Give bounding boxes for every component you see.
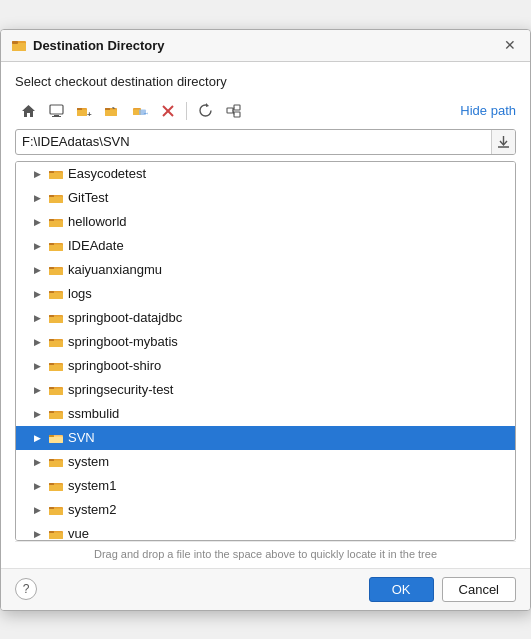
tree-expand-arrow: ▶ — [30, 479, 44, 493]
svg-rect-37 — [49, 219, 54, 221]
move-icon: → — [132, 104, 148, 118]
tree-expand-arrow: ▶ — [30, 407, 44, 421]
tree-item[interactable]: ▶ GitTest — [16, 186, 515, 210]
dialog-title: Destination Directory — [33, 38, 500, 53]
refresh-icon — [198, 103, 213, 118]
tree-item[interactable]: ▶ Easycodetest — [16, 162, 515, 186]
tree-item[interactable]: ▶ springboot-mybatis — [16, 330, 515, 354]
tree-expand-arrow: ▶ — [30, 383, 44, 397]
home-icon — [21, 104, 36, 118]
folder-icon — [48, 310, 64, 326]
svg-rect-2 — [12, 41, 18, 44]
tree-item[interactable]: ▶ system1 — [16, 474, 515, 498]
tree-item-label: system1 — [68, 478, 116, 493]
folder-icon — [48, 238, 64, 254]
tree-item-label: helloworld — [68, 214, 127, 229]
svg-rect-39 — [49, 244, 63, 251]
move-button[interactable]: → — [127, 99, 153, 123]
toolbar-separator — [186, 102, 187, 120]
svg-rect-54 — [49, 364, 63, 371]
svg-rect-51 — [49, 340, 63, 347]
tree-item[interactable]: ▶ helloworld — [16, 210, 515, 234]
tree-expand-arrow: ▶ — [30, 239, 44, 253]
tree-item[interactable]: ▶ SVN — [16, 426, 515, 450]
close-button[interactable]: ✕ — [500, 35, 520, 55]
tree-item[interactable]: ▶ IDEAdate — [16, 234, 515, 258]
new-folder-button[interactable]: + — [71, 99, 97, 123]
refresh-button[interactable] — [192, 99, 218, 123]
new-folder-icon: + — [76, 104, 92, 118]
delete-button[interactable] — [155, 99, 181, 123]
folder-icon — [48, 382, 64, 398]
tree-item[interactable]: ▶ logs — [16, 282, 515, 306]
tree-item[interactable]: ▶ springboot-datajdbc — [16, 306, 515, 330]
svg-rect-75 — [49, 532, 63, 539]
browse-button[interactable] — [491, 129, 515, 155]
dialog-subtitle: Select checkout destination directory — [15, 74, 516, 89]
tree-item-label: vue — [68, 526, 89, 541]
svg-marker-3 — [22, 105, 35, 117]
svg-rect-58 — [49, 387, 54, 389]
tree-item[interactable]: ▶ system — [16, 450, 515, 474]
svg-rect-1 — [12, 43, 26, 51]
folder-icon — [48, 478, 64, 494]
svg-rect-36 — [49, 220, 63, 227]
desktop-button[interactable] — [43, 99, 69, 123]
svg-rect-66 — [49, 460, 63, 467]
svg-rect-12 — [105, 109, 117, 116]
help-button[interactable]: ? — [15, 578, 37, 600]
tree-item[interactable]: ▶ kaiyuanxiangmu — [16, 258, 515, 282]
tree-item-label: IDEAdate — [68, 238, 124, 253]
tree-item[interactable]: ▶ system2 — [16, 498, 515, 522]
cancel-button[interactable]: Cancel — [442, 577, 516, 602]
folder-icon — [48, 430, 64, 446]
svg-rect-70 — [49, 483, 54, 485]
folder-icon — [48, 406, 64, 422]
tree-item-label: system — [68, 454, 109, 469]
svg-rect-73 — [49, 507, 54, 509]
toolbar: + → — [15, 99, 516, 123]
svg-rect-8 — [77, 109, 87, 116]
tree-container[interactable]: ▶ Easycodetest ▶ GitTest ▶ — [15, 161, 516, 541]
home-button[interactable] — [15, 99, 41, 123]
tree-expand-arrow: ▶ — [30, 455, 44, 469]
svg-text:+: + — [87, 110, 92, 118]
delete-icon — [161, 104, 175, 118]
dialog-icon — [11, 37, 27, 53]
folder-button[interactable] — [99, 99, 125, 123]
download-icon — [497, 135, 510, 148]
tree-item-label: SVN — [68, 430, 95, 445]
svg-rect-6 — [52, 116, 61, 117]
tree-item[interactable]: ▶ springsecurity-test — [16, 378, 515, 402]
desktop-icon — [49, 104, 64, 118]
svg-rect-49 — [49, 315, 54, 317]
tree-item-label: ssmbulid — [68, 406, 119, 421]
tree-item-label: GitTest — [68, 190, 108, 205]
svg-rect-43 — [49, 267, 54, 269]
folder-icon — [48, 454, 64, 470]
tree-item[interactable]: ▶ springboot-shiro — [16, 354, 515, 378]
svg-rect-24 — [234, 112, 240, 117]
ok-button[interactable]: OK — [369, 577, 434, 602]
tree-expand-arrow: ▶ — [30, 215, 44, 229]
tree-item-label: logs — [68, 286, 92, 301]
svg-rect-4 — [50, 105, 63, 114]
title-bar: Destination Directory ✕ — [1, 30, 530, 62]
destination-directory-dialog: Destination Directory ✕ Select checkout … — [0, 29, 531, 611]
dialog-footer: ? OK Cancel — [1, 568, 530, 610]
tree-item[interactable]: ▶ vue — [16, 522, 515, 541]
tree-item[interactable]: ▶ ssmbulid — [16, 402, 515, 426]
svg-rect-60 — [49, 412, 63, 419]
svg-rect-61 — [49, 411, 54, 413]
expand-button[interactable] — [220, 99, 246, 123]
svg-text:→: → — [142, 108, 148, 118]
folder-icon — [48, 502, 64, 518]
folder-icon — [48, 214, 64, 230]
svg-rect-52 — [49, 339, 54, 341]
folder-icon — [48, 190, 64, 206]
tree-expand-arrow: ▶ — [30, 359, 44, 373]
tree-expand-arrow: ▶ — [30, 431, 44, 445]
path-input[interactable] — [16, 134, 491, 149]
hide-path-button[interactable]: Hide path — [460, 103, 516, 118]
tree-item-label: springboot-mybatis — [68, 334, 178, 349]
